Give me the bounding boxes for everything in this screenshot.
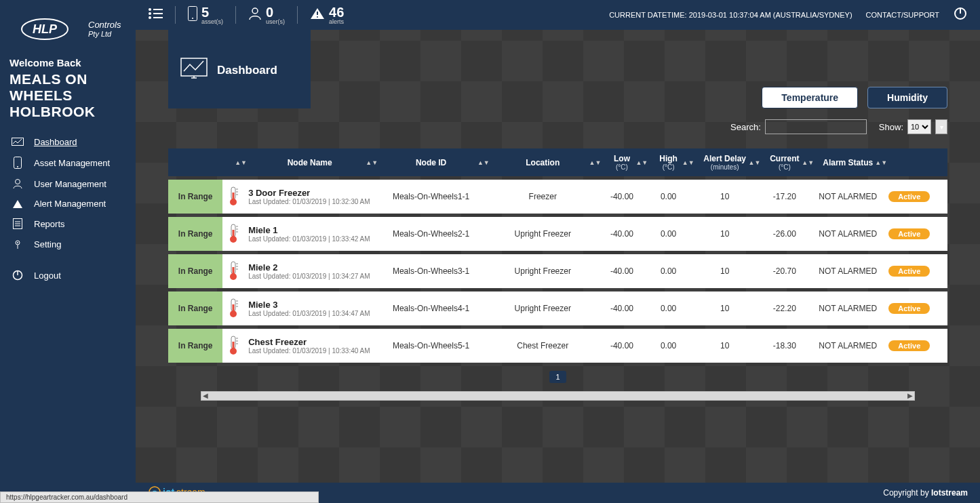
col-current[interactable]: Current(°C)▲▼ xyxy=(758,148,812,176)
high-cell: 0.00 xyxy=(645,180,691,214)
row-action-cell[interactable] xyxy=(934,254,947,288)
low-cell: -40.00 xyxy=(599,217,646,251)
col-alarm-status[interactable]: Alarm Status▲▼ xyxy=(811,148,884,176)
location-cell: Upright Freezer xyxy=(487,254,599,288)
search-input[interactable] xyxy=(765,119,867,134)
col-high[interactable]: High(°C)▲▼ xyxy=(645,148,691,176)
col-low[interactable]: Low(°C)▲▼ xyxy=(599,148,646,176)
sidebar-item-alert-management[interactable]: Alert Management xyxy=(0,194,136,214)
search-label: Search: xyxy=(730,122,761,132)
current-cell: -17.20 xyxy=(758,180,812,214)
sidebar-item-asset-management[interactable]: Asset Management xyxy=(0,152,136,174)
divider xyxy=(175,6,176,24)
current-cell: -18.30 xyxy=(758,329,812,363)
mobile-icon xyxy=(188,6,197,24)
table-body: In Range3 Door FreezerLast Updated: 01/0… xyxy=(168,180,947,363)
row-action-cell[interactable] xyxy=(934,291,947,325)
status-cell: In Range xyxy=(168,329,222,363)
alert-count-stat[interactable]: 46alerts xyxy=(310,5,344,25)
sidebar-item-label: Asset Management xyxy=(34,158,110,168)
row-action-cell[interactable] xyxy=(934,180,947,214)
table-row[interactable]: In RangeMiele 2Last Updated: 01/03/2019 … xyxy=(168,254,947,288)
power-icon[interactable] xyxy=(953,6,968,24)
alert-delay-cell: 10 xyxy=(692,254,758,288)
menu-toggle-icon[interactable] xyxy=(148,7,163,22)
svg-point-16 xyxy=(149,8,151,11)
nodes-table: ▲▼ Node Name▲▼ Node ID▲▼ Location▲▼ Low(… xyxy=(168,145,947,366)
col-sort-handle[interactable]: ▲▼ xyxy=(222,148,244,176)
sidebar-item-label: Setting xyxy=(34,239,61,249)
location-cell: Upright Freezer xyxy=(487,291,599,325)
user-icon xyxy=(11,178,24,189)
sort-icon: ▲▼ xyxy=(589,161,596,165)
user-count-stat[interactable]: 0user(s) xyxy=(248,5,285,25)
svg-point-26 xyxy=(317,16,318,18)
brand-logo: HLP Controls Pty Ltd xyxy=(0,9,136,57)
node-id-cell: Meals-On-Wheels2-1 xyxy=(375,217,487,251)
dashboard-icon xyxy=(11,138,24,147)
table-row[interactable]: In RangeChest FreezerLast Updated: 01/03… xyxy=(168,329,947,363)
dashboard-header-row: Dashboard Temperature Humidity xyxy=(136,30,980,108)
sidebar-item-label: Reports xyxy=(34,219,65,229)
active-badge-cell: Active xyxy=(884,254,934,288)
node-name-cell: 3 Door FreezerLast Updated: 01/03/2019 |… xyxy=(244,180,375,214)
low-cell: -40.00 xyxy=(599,291,646,325)
sidebar-item-setting[interactable]: Setting xyxy=(0,234,136,254)
table-row[interactable]: In RangeMiele 3Last Updated: 01/03/2019 … xyxy=(168,291,947,325)
page-button[interactable]: 1 xyxy=(549,371,566,383)
sort-icon: ▲▼ xyxy=(802,161,808,165)
svg-point-6 xyxy=(17,166,18,167)
table-row[interactable]: In Range3 Door FreezerLast Updated: 01/0… xyxy=(168,180,947,214)
contact-support-link[interactable]: CONTACT/SUPPORT xyxy=(866,11,939,19)
node-id-cell: Meals-On-Wheels1-1 xyxy=(375,180,487,214)
svg-rect-46 xyxy=(233,267,235,275)
sidebar-item-user-management[interactable]: User Management xyxy=(0,174,136,194)
dashboard-tab[interactable]: Dashboard xyxy=(168,30,311,108)
svg-rect-58 xyxy=(233,342,235,350)
node-id-cell: Meals-On-Wheels3-1 xyxy=(375,254,487,288)
active-badge[interactable]: Active xyxy=(888,191,930,202)
alert-icon xyxy=(11,199,24,209)
status-cell: In Range xyxy=(168,254,222,288)
svg-point-23 xyxy=(192,18,193,19)
show-select[interactable]: 10 xyxy=(907,119,931,134)
topbar: 5asset(s) 0user(s) 46alerts xyxy=(136,0,980,30)
horizontal-scrollbar[interactable]: ◀ ▶ xyxy=(201,391,915,401)
svg-rect-34 xyxy=(233,193,235,201)
col-node-name[interactable]: Node Name▲▼ xyxy=(244,148,375,176)
thermometer-icon xyxy=(222,291,244,325)
table-row[interactable]: In RangeMiele 1Last Updated: 01/03/2019 … xyxy=(168,217,947,251)
table-header: ▲▼ Node Name▲▼ Node ID▲▼ Location▲▼ Low(… xyxy=(168,148,947,176)
show-dropdown-button[interactable]: ▾ xyxy=(935,119,947,134)
row-action-cell[interactable] xyxy=(934,329,947,363)
humidity-pill[interactable]: Humidity xyxy=(867,87,947,108)
col-node-id[interactable]: Node ID▲▼ xyxy=(375,148,487,176)
svg-point-20 xyxy=(149,16,151,19)
sort-icon: ▲▼ xyxy=(635,161,642,165)
active-badge[interactable]: Active xyxy=(888,340,930,351)
active-badge-cell: Active xyxy=(884,180,934,214)
current-cell: -22.20 xyxy=(758,291,812,325)
sort-icon: ▲▼ xyxy=(235,161,241,165)
asset-count-stat[interactable]: 5asset(s) xyxy=(188,5,223,25)
node-id-cell: Meals-On-Wheels4-1 xyxy=(375,291,487,325)
current-datetime: CURRENT DATETIME: 2019-03-01 10:37:04 AM… xyxy=(609,11,852,19)
active-badge[interactable]: Active xyxy=(888,228,930,239)
divider xyxy=(297,6,298,24)
low-cell: -40.00 xyxy=(599,329,646,363)
divider xyxy=(235,6,236,24)
col-location[interactable]: Location▲▼ xyxy=(487,148,599,176)
alert-icon xyxy=(310,7,325,22)
active-badge[interactable]: Active xyxy=(888,303,930,314)
col-alert-delay[interactable]: Alert Delay(minutes)▲▼ xyxy=(692,148,758,176)
sidebar-item-dashboard[interactable]: Dashboard xyxy=(0,132,136,152)
temperature-pill[interactable]: Temperature xyxy=(762,87,858,108)
svg-point-24 xyxy=(252,8,258,14)
row-action-cell[interactable] xyxy=(934,217,947,251)
sidebar-item-reports[interactable]: Reports xyxy=(0,214,136,234)
active-badge[interactable]: Active xyxy=(888,266,930,277)
high-cell: 0.00 xyxy=(645,217,691,251)
mobile-icon xyxy=(11,157,24,169)
location-cell: Chest Freezer xyxy=(487,329,599,363)
sidebar-item-logout[interactable]: Logout xyxy=(0,265,136,285)
